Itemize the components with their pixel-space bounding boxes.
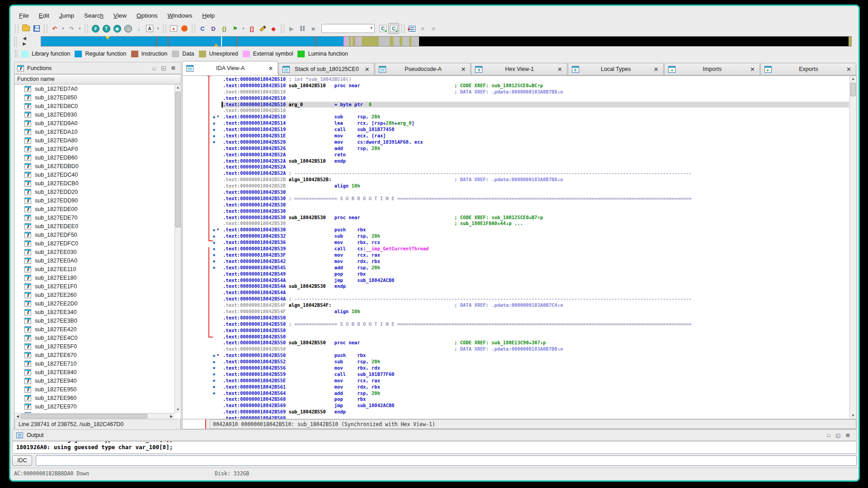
navband-scroll-right-button[interactable]: ▶ bbox=[20, 41, 28, 47]
tab-hex-view-1[interactable]: 0Hex View-1✕ bbox=[471, 63, 567, 75]
tab-imports[interactable]: ◂Imports✕ bbox=[664, 63, 760, 75]
function-list-item[interactable]: fsub_1827EDB60 bbox=[14, 153, 175, 162]
disasm-line[interactable]: .text:000000018042B550 bbox=[223, 315, 849, 321]
disasm-line[interactable]: .text:000000018042B530 bbox=[223, 208, 849, 215]
disasm-line[interactable]: .text:000000018042B530 bbox=[223, 189, 849, 196]
functions-close-button[interactable]: ⊠ bbox=[169, 65, 178, 71]
functions-vertical-scrollbar[interactable]: ▲ ▼ bbox=[175, 84, 181, 413]
tab-pseudocode-a[interactable]: Pseudocode-A✕ bbox=[375, 63, 471, 75]
band-segment[interactable] bbox=[41, 37, 344, 46]
debug-d-button-icon[interactable]: D bbox=[208, 23, 219, 34]
tab-close-icon[interactable]: ✕ bbox=[460, 66, 467, 73]
function-list-item[interactable]: fsub_1827ED9A0 bbox=[14, 119, 175, 127]
function-list-item[interactable]: fsub_1827EDBD0 bbox=[14, 162, 175, 170]
jump-forward-dropdown-icon[interactable]: ▾ bbox=[77, 23, 83, 34]
function-list-item[interactable]: fsub_1827EDD90 bbox=[14, 196, 175, 205]
function-list-item[interactable]: fsub_1827EDA80 bbox=[14, 136, 175, 145]
function-list-item[interactable]: fsub_1827EE420 bbox=[14, 325, 175, 333]
function-list-item[interactable]: fsub_1827EE110 bbox=[14, 265, 175, 273]
disasm-line[interactable]: .text:000000018042B550 ; ===============… bbox=[223, 321, 849, 328]
disasm-line[interactable]: .text:000000018042B54F algn_18042B54F: ;… bbox=[223, 302, 849, 309]
disasm-line[interactable]: .text:000000018042B550 bbox=[223, 334, 849, 340]
cli-language-button[interactable]: IDC bbox=[12, 455, 32, 466]
function-list-item[interactable]: fsub_1827EE950 bbox=[14, 385, 175, 394]
save-button-icon[interactable] bbox=[31, 23, 42, 34]
output-close-button[interactable]: ⊠ bbox=[843, 432, 853, 438]
brackets-button-icon[interactable]: [] bbox=[246, 23, 257, 34]
disasm-line[interactable]: .text:000000018042B530 bbox=[223, 202, 849, 208]
tab-close-icon[interactable]: ✕ bbox=[749, 66, 756, 73]
menu-help[interactable]: Help bbox=[197, 11, 220, 20]
band-segment[interactable] bbox=[379, 37, 390, 46]
disasm-line[interactable]: .text:000000018042B54A ; ---------------… bbox=[223, 296, 849, 302]
function-list-item[interactable]: fsub_1827EE0A0 bbox=[14, 256, 175, 265]
function-list-item[interactable]: fsub_1827ED930 bbox=[14, 110, 175, 119]
disasm-line[interactable]: .text:000000018042B510 ; DATA XREF: .pda… bbox=[223, 89, 849, 95]
band-segment[interactable] bbox=[390, 37, 393, 46]
band-segment[interactable] bbox=[849, 37, 851, 46]
menu-view[interactable]: View bbox=[108, 11, 132, 20]
scroll-up-icon[interactable]: ▲ bbox=[850, 76, 856, 82]
function-list-item[interactable]: fsub_1827EE4C0 bbox=[14, 333, 175, 342]
tab-close-icon[interactable]: ✕ bbox=[363, 66, 370, 73]
disasm-line[interactable]: .text:000000018042B510 ; int *sub_18042B… bbox=[223, 76, 849, 83]
trace-list-button-icon[interactable]: ≡ bbox=[417, 23, 428, 34]
breakpoint-button-icon[interactable]: ◆ bbox=[268, 23, 279, 34]
function-list-item[interactable]: fsub_1827EDF50 bbox=[14, 230, 175, 239]
disasm-line[interactable]: .text:000000018042B55E mov rcx, rax bbox=[223, 378, 849, 384]
stop-process-button-icon[interactable]: ■ bbox=[308, 23, 319, 34]
tab-close-icon[interactable]: ✕ bbox=[267, 65, 274, 72]
menu-windows[interactable]: Windows bbox=[162, 11, 197, 20]
disasm-line[interactable]: .text:000000018042B556 mov rbx, rdx bbox=[223, 365, 849, 371]
functions-hscrollbar-thumb[interactable] bbox=[21, 414, 147, 418]
disasm-line[interactable]: .text:000000018042B52B align 10h bbox=[223, 183, 849, 189]
tab-stack-of-sub-180125ce0[interactable]: Stack of sub_180125CE0✕ bbox=[278, 63, 374, 75]
tab-exports[interactable]: ▸Exports✕ bbox=[760, 63, 856, 75]
function-list-item[interactable]: fsub_1827EDE70 bbox=[14, 213, 175, 222]
output-float-button[interactable]: ◱ bbox=[833, 432, 843, 438]
edit-pencil-button-icon[interactable] bbox=[257, 23, 268, 34]
ida-view-pane[interactable]: .text:000000018042B510 ; int *sub_18042B… bbox=[182, 75, 857, 429]
function-list-item[interactable]: fsub_1827EE970 bbox=[14, 402, 175, 411]
disasm-line[interactable]: .text:000000018042B52A sub_18042B510 end… bbox=[223, 158, 849, 164]
function-list-item[interactable]: fsub_1827EE2D0 bbox=[14, 299, 175, 308]
disasm-line[interactable]: .text:000000018042B552 sub rsp, 20h bbox=[223, 359, 849, 365]
band-segment[interactable] bbox=[362, 37, 379, 46]
disasm-line[interactable]: .text:000000018042B52B algn_18042B52B: ;… bbox=[223, 177, 849, 183]
scroll-up-icon[interactable]: ▲ bbox=[175, 84, 181, 91]
disasm-line[interactable]: .text:000000018042B53F mov rcx, rax bbox=[223, 252, 849, 258]
disasm-line[interactable]: .text:000000018042B569 jmp sub_18042ACB0 bbox=[223, 403, 849, 409]
menu-options[interactable]: Options bbox=[132, 11, 163, 20]
pause-process-button-icon[interactable] bbox=[297, 23, 308, 34]
fold-triangle-icon[interactable]: ▼ bbox=[217, 352, 219, 359]
jump-next-button-icon[interactable]: ↓ bbox=[133, 23, 144, 34]
disasm-line[interactable]: .text:000000018042B530 sub_18042B530 pro… bbox=[223, 215, 849, 221]
ascii-dropdown-icon[interactable]: ▾ bbox=[155, 23, 161, 34]
disasm-line[interactable]: .text:000000018042B564 add rsp, 20h bbox=[223, 390, 849, 397]
function-list-item[interactable]: fsub_1827EDCB0 bbox=[14, 179, 175, 188]
disasm-line[interactable]: .text:000000018042B532 sub rsp, 20h bbox=[223, 233, 849, 239]
disasm-line[interactable]: .text:000000018042B54A sub_18042B530 end… bbox=[223, 283, 849, 290]
disasm-line[interactable]: .text:000000018042B561 mov rdx, rbx bbox=[223, 384, 849, 390]
menu-search[interactable]: Search bbox=[79, 11, 108, 20]
functions-maximize-button[interactable]: □ bbox=[150, 66, 159, 71]
disasm-line[interactable]: .text:000000018042B536 mov rbx, rcx bbox=[223, 239, 849, 246]
output-maximize-button[interactable]: □ bbox=[825, 432, 833, 438]
function-list-item[interactable]: fsub_1827ED7A0 bbox=[14, 84, 175, 93]
xrefs-button-icon[interactable]: ◉ bbox=[112, 23, 123, 34]
flag-button-icon[interactable]: ⚑ bbox=[230, 23, 241, 34]
disasm-vertical-scrollbar[interactable]: ▲ ▼ bbox=[849, 76, 856, 419]
function-list-item[interactable]: fsub_1827EE1F0 bbox=[14, 282, 175, 291]
disasm-line[interactable]: .text:000000018042B526 add rsp, 28h bbox=[223, 145, 849, 152]
scroll-right-icon[interactable]: ▶ bbox=[168, 413, 175, 419]
disasm-line[interactable]: .text:000000018042B549 pop rbx bbox=[223, 271, 849, 277]
start-process-button-icon[interactable]: ▶ bbox=[286, 23, 297, 34]
band-segment[interactable] bbox=[411, 37, 419, 46]
scroll-left-icon[interactable]: ◀ bbox=[14, 413, 21, 419]
function-list-item[interactable]: fsub_1827EDC40 bbox=[14, 170, 175, 179]
open-file-button-icon[interactable] bbox=[20, 23, 31, 34]
disasm-line[interactable]: ▼.text:000000018042B530 push rbx bbox=[223, 227, 849, 233]
output-log[interactable]: 1801926A0: using guessed type char var_1… bbox=[12, 441, 857, 454]
disasm-line[interactable]: .text:000000018042B54A bbox=[223, 290, 849, 296]
disasm-line[interactable]: .text:000000018042B542 mov rdx, rbx bbox=[223, 258, 849, 265]
